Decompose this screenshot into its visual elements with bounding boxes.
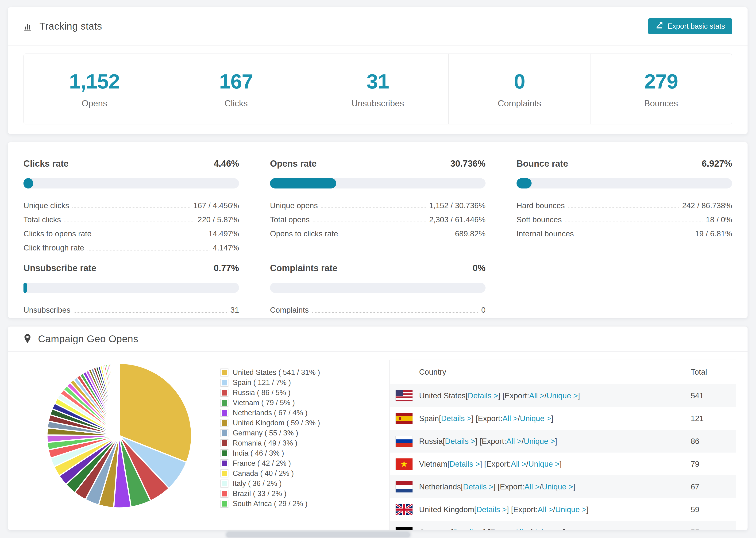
table-row: Netherlands [Details >] [Export: All > /… bbox=[390, 475, 736, 498]
flag-de-icon bbox=[396, 527, 412, 530]
table-row: Russia [Details >] [Export: All > / Uniq… bbox=[390, 430, 736, 453]
legend-item[interactable]: United States ( 541 / 31% ) bbox=[220, 368, 320, 377]
legend-item[interactable]: Vietnam ( 79 / 5% ) bbox=[220, 399, 320, 407]
legend-item[interactable]: France ( 42 / 2% ) bbox=[220, 459, 320, 467]
rate-stat-label: Opens to clicks rate bbox=[270, 229, 338, 239]
separator: [ bbox=[465, 391, 468, 400]
legend-item[interactable]: Canada ( 40 / 2% ) bbox=[220, 469, 320, 478]
export-unique-link[interactable]: Unique > bbox=[555, 505, 586, 514]
separator: ] [Export: bbox=[507, 505, 538, 514]
table-row: Germany [Details >] [Export: All > / Uni… bbox=[390, 521, 736, 530]
table-header-row: CountryTotal bbox=[390, 360, 736, 384]
flag-ru-icon bbox=[396, 436, 412, 447]
separator: / bbox=[518, 414, 520, 423]
rate-stat-list: Unique opens1,152 / 30.736%Total opens2,… bbox=[270, 196, 486, 239]
details-link[interactable]: Details > bbox=[450, 459, 480, 468]
dotted-leader bbox=[74, 312, 227, 313]
stat-boxes-row: 1,152Opens167Clicks31Unsubscribes0Compla… bbox=[24, 54, 732, 125]
legend-item[interactable]: United Kingdom ( 59 / 3% ) bbox=[220, 419, 320, 427]
dotted-leader bbox=[64, 222, 194, 222]
separator: [ bbox=[439, 414, 441, 423]
rate-value: 0% bbox=[473, 263, 486, 273]
export-unique-link[interactable]: Unique > bbox=[547, 391, 578, 400]
legend-swatch bbox=[220, 368, 229, 377]
legend-item[interactable]: Netherlands ( 67 / 4% ) bbox=[220, 409, 320, 417]
pie-legend: United States ( 541 / 31% )Spain ( 121 /… bbox=[220, 368, 320, 510]
export-unique-link[interactable]: Unique > bbox=[542, 482, 573, 491]
separator: [ bbox=[443, 437, 445, 446]
export-all-link[interactable]: All > bbox=[538, 505, 553, 514]
legend-item[interactable]: Russia ( 86 / 5% ) bbox=[220, 389, 320, 397]
rate-stat-label: Complaints bbox=[270, 306, 309, 315]
export-unique-link[interactable]: Unique > bbox=[520, 414, 551, 423]
column-header-total: Total bbox=[691, 368, 736, 377]
details-link[interactable]: Details > bbox=[445, 437, 475, 446]
legend-swatch bbox=[220, 469, 229, 477]
legend-item[interactable]: Italy ( 36 / 2% ) bbox=[220, 479, 320, 488]
export-unique-link[interactable]: Unique > bbox=[524, 437, 555, 446]
dotted-leader bbox=[313, 222, 426, 222]
rate-stat-row: Hard bounces242 / 86.738% bbox=[516, 196, 732, 211]
separator: / bbox=[522, 437, 524, 446]
progress-bar bbox=[516, 178, 732, 188]
country-total: 121 bbox=[691, 414, 736, 423]
country-total: 79 bbox=[691, 459, 736, 468]
rate-stat-list: Unsubscribes31 bbox=[24, 301, 239, 315]
separator: [ bbox=[461, 482, 463, 491]
details-link[interactable]: Details > bbox=[476, 505, 507, 514]
legend-item[interactable]: South Africa ( 29 / 2% ) bbox=[220, 500, 320, 508]
rate-stat-value: 4.147% bbox=[213, 243, 239, 253]
details-link[interactable]: Details > bbox=[441, 414, 471, 423]
details-link[interactable]: Details > bbox=[453, 528, 483, 530]
export-all-link[interactable]: All > bbox=[529, 391, 544, 400]
rate-title: Bounce rate bbox=[516, 159, 568, 169]
stat-value: 279 bbox=[644, 70, 678, 93]
legend-item[interactable]: India ( 46 / 3% ) bbox=[220, 449, 320, 457]
export-all-link[interactable]: All > bbox=[503, 414, 518, 423]
rate-value: 0.77% bbox=[214, 263, 239, 273]
pie-slice[interactable] bbox=[119, 363, 119, 436]
rate-head: Bounce rate6.927% bbox=[516, 159, 732, 169]
page-title: Tracking stats bbox=[39, 21, 102, 32]
horizontal-scrollbar-thumb[interactable] bbox=[227, 532, 410, 537]
export-unique-link[interactable]: Unique > bbox=[528, 459, 560, 468]
column-header-country: Country bbox=[390, 368, 691, 377]
legend-item[interactable]: Brazil ( 33 / 2% ) bbox=[220, 489, 320, 498]
dotted-leader bbox=[312, 312, 478, 313]
details-link[interactable]: Details > bbox=[468, 391, 498, 400]
country-cell: Germany [Details >] [Export: All > / Uni… bbox=[390, 527, 691, 530]
legend-item[interactable]: Romania ( 49 / 3% ) bbox=[220, 439, 320, 447]
campaign-geo-opens-card: Campaign Geo Opens United States ( 541 /… bbox=[8, 326, 748, 530]
rate-stat-row: Complaints0 bbox=[270, 301, 486, 315]
rate-stat-list: Complaints0 bbox=[270, 301, 486, 315]
rate-stat-row: Unique opens1,152 / 30.736% bbox=[270, 196, 486, 211]
table-row: Vietnam [Details >] [Export: All > / Uni… bbox=[390, 453, 736, 475]
progress-bar-fill bbox=[24, 283, 27, 293]
export-all-link[interactable]: All > bbox=[524, 482, 540, 491]
rate-head: Opens rate30.736% bbox=[270, 159, 486, 169]
rate-stat-label: Internal bounces bbox=[516, 229, 574, 239]
details-link[interactable]: Details > bbox=[463, 482, 493, 491]
country-cell: Russia [Details >] [Export: All > / Uniq… bbox=[390, 436, 691, 447]
legend-label: United Kingdom ( 59 / 3% ) bbox=[233, 419, 320, 427]
export-all-link[interactable]: All > bbox=[506, 437, 521, 446]
export-all-link[interactable]: All > bbox=[511, 459, 526, 468]
legend-label: United States ( 541 / 31% ) bbox=[233, 368, 320, 377]
legend-swatch bbox=[220, 419, 229, 427]
stat-value: 167 bbox=[219, 70, 253, 93]
legend-item[interactable]: Spain ( 121 / 7% ) bbox=[220, 378, 320, 387]
separator: ] bbox=[586, 505, 589, 514]
legend-item[interactable]: Germany ( 55 / 3% ) bbox=[220, 429, 320, 437]
export-unique-link[interactable]: Unique > bbox=[532, 528, 563, 530]
stat-box-clicks: 167Clicks bbox=[165, 54, 307, 124]
legend-label: Romania ( 49 / 3% ) bbox=[233, 439, 297, 447]
export-all-link[interactable]: All > bbox=[514, 528, 530, 530]
separator: ] [Export: bbox=[471, 414, 503, 423]
rate-head: Complaints rate0% bbox=[270, 263, 486, 273]
stat-label: Clicks bbox=[225, 99, 248, 108]
rate-title: Complaints rate bbox=[270, 263, 337, 273]
export-basic-stats-button[interactable]: Export basic stats bbox=[648, 18, 732, 34]
geo-opens-pie-chart[interactable] bbox=[44, 360, 194, 511]
legend-swatch bbox=[220, 429, 229, 437]
rate-stat-value: 167 / 4.456% bbox=[193, 201, 239, 211]
